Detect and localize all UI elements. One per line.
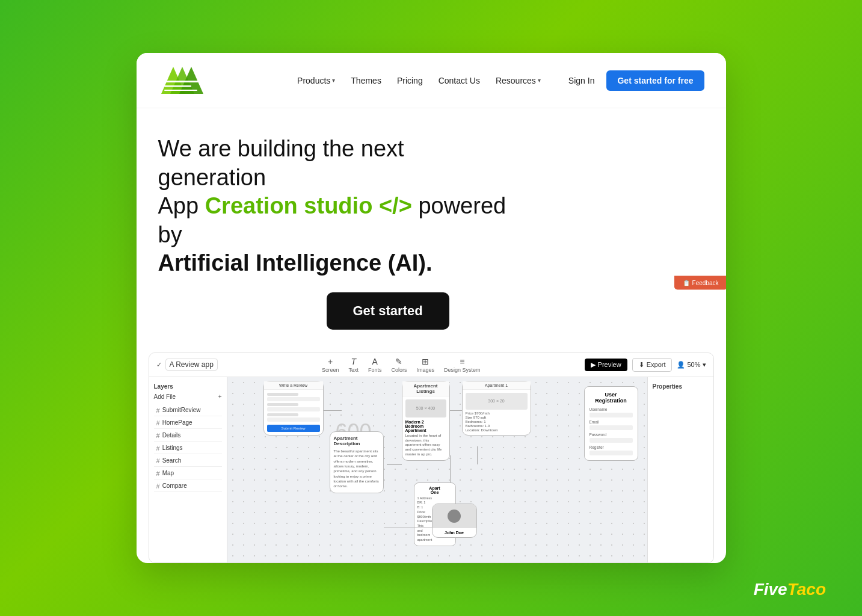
apt-detail-card: ApartmentDescription The beautiful apart…	[330, 431, 384, 493]
properties-title: Properties	[653, 383, 709, 390]
hash-icon: #	[156, 457, 160, 464]
text-tool[interactable]: T Text	[348, 357, 359, 373]
hash-icon: #	[156, 432, 160, 439]
listing-description: Located in the heart of downtown, this a…	[405, 434, 446, 457]
svg-rect-5	[164, 90, 197, 91]
fonts-tool[interactable]: A Fonts	[368, 357, 382, 373]
app-toolbar: ✓ A Review app + Screen T Text A Fonts	[149, 353, 713, 377]
svg-rect-4	[164, 85, 191, 87]
form-label-2	[267, 403, 299, 406]
logo[interactable]	[158, 64, 206, 97]
connector-5	[384, 528, 432, 529]
sidebar-item-listings[interactable]: # Listings	[154, 443, 222, 454]
zoom-chevron-icon: ▾	[703, 361, 706, 369]
sidebar-item-homepage[interactable]: # HomePage	[154, 417, 222, 429]
play-icon: ▶	[591, 361, 596, 369]
reg-username-input	[590, 413, 633, 417]
connector-2	[450, 410, 462, 411]
reg-email-input	[590, 425, 633, 430]
hero-cta-row: Get started	[158, 292, 704, 330]
navbar: Products ▾ Themes Pricing Contact Us Res…	[137, 53, 726, 108]
avatar-placeholder	[448, 510, 461, 523]
hash-icon: #	[156, 419, 160, 427]
app-preview: ✓ A Review app + Screen T Text A Fonts	[149, 353, 714, 563]
reg-register-label: Register	[590, 445, 633, 449]
design-system-icon: ≡	[460, 357, 464, 366]
form-input-1	[267, 397, 320, 401]
apt-bathrooms: Bathrooms: 1.0	[466, 424, 528, 428]
sidebar-item-map[interactable]: # Map	[154, 468, 222, 479]
nav-products[interactable]: Products ▾	[291, 72, 341, 89]
apt-detail-title: ApartmentDescription	[334, 436, 380, 446]
app-toolbar-left: ✓ A Review app	[156, 359, 218, 371]
hash-icon: #	[156, 407, 160, 414]
preview-button[interactable]: ▶ Preview	[585, 359, 627, 371]
logo-icon	[158, 64, 206, 97]
form-label-1	[267, 393, 299, 396]
images-tool[interactable]: ⊞ Images	[416, 357, 434, 373]
outer-wrapper: Products ▾ Themes Pricing Contact Us Res…	[0, 0, 862, 616]
design-system-tool[interactable]: ≡ Design System	[444, 357, 481, 373]
bottom-brand: FiveTaco	[754, 580, 826, 599]
apt-price: Price $700/mth	[466, 411, 528, 415]
brand-taco: Taco	[787, 580, 826, 599]
connector-1	[324, 410, 342, 411]
form-input-3	[267, 417, 320, 422]
main-card: Products ▾ Themes Pricing Contact Us Res…	[137, 53, 726, 563]
app-body: Layers Add File + # SubmitReview # HomeP…	[149, 377, 713, 563]
profile-card: John Doe	[432, 504, 477, 538]
registration-card: UserRegistration Username Email Password…	[584, 386, 638, 461]
sidebar-item-details[interactable]: # Details	[154, 430, 222, 442]
get-started-nav-button[interactable]: Get started for free	[606, 70, 704, 91]
colors-tool[interactable]: ✎ Colors	[391, 357, 407, 373]
hash-icon: #	[156, 445, 160, 452]
form-screen: Write a Review Submit Review	[263, 381, 324, 436]
text-icon: T	[351, 357, 356, 366]
listings-image-placeholder: 500 × 400	[405, 399, 446, 417]
apt-listings-screen: ApartmentListings 500 × 400 Modern 2Bedr…	[402, 381, 450, 461]
reg-password-label: Password	[590, 433, 633, 437]
apt-listings-title: ApartmentListings	[402, 381, 449, 396]
hash-icon: #	[156, 470, 160, 477]
apart-one-title: ApartOne	[417, 486, 452, 494]
hash-icon: #	[156, 482, 160, 490]
apt-detail-text: The beautiful apartment sits at the cent…	[334, 449, 380, 489]
reg-title: UserRegistration	[590, 392, 633, 404]
reg-username-label: Username	[590, 407, 633, 411]
hero-section: We are building the next generation App …	[137, 108, 726, 346]
apt-bedrooms: Bedrooms: 1	[466, 420, 528, 424]
export-button[interactable]: ⬇ Export	[632, 358, 673, 372]
app-canvas: 600 Write a Review Submit Review	[227, 377, 647, 563]
feedback-tab[interactable]: 📋 Feedback	[674, 276, 726, 289]
nav-themes[interactable]: Themes	[345, 72, 387, 89]
nav-resources[interactable]: Resources ▾	[490, 72, 547, 89]
products-chevron-icon: ▾	[332, 77, 335, 84]
resources-chevron-icon: ▾	[538, 77, 541, 84]
app-toolbar-center: + Screen T Text A Fonts ✎ Colors	[223, 357, 580, 373]
sidebar-item-submitreview[interactable]: # SubmitReview	[154, 405, 222, 416]
apt-size: Size 970 sqft	[466, 416, 528, 419]
nav-contact[interactable]: Contact Us	[433, 72, 486, 89]
zoom-control[interactable]: 👤 50% ▾	[677, 361, 706, 369]
submit-button-mock: Submit Review	[267, 425, 320, 432]
nav-pricing[interactable]: Pricing	[391, 72, 429, 89]
screen-tool[interactable]: + Screen	[322, 357, 339, 373]
connector-3	[387, 464, 402, 466]
feedback-icon: 📋	[683, 279, 690, 286]
connector-4	[477, 446, 478, 464]
profile-image	[433, 504, 476, 528]
listing-apt-name: Modern 2BedroomApartment	[405, 420, 446, 433]
profile-name: John Doe	[433, 528, 476, 537]
add-file-button[interactable]: Add File +	[154, 393, 222, 400]
app-name-select[interactable]: A Review app	[165, 359, 218, 371]
images-icon: ⊞	[422, 357, 429, 366]
colors-icon: ✎	[395, 357, 402, 366]
sign-in-button[interactable]: Sign In	[561, 72, 602, 89]
sidebar-item-search[interactable]: # Search	[154, 455, 222, 467]
form-screen-title: Write a Review	[264, 381, 323, 390]
apt-location: Location: Downtown	[466, 428, 528, 432]
brand-five: Five	[754, 580, 787, 599]
screen-icon: +	[328, 357, 333, 366]
sidebar-item-compare[interactable]: # Compare	[154, 481, 222, 492]
get-started-hero-button[interactable]: Get started	[327, 292, 449, 330]
